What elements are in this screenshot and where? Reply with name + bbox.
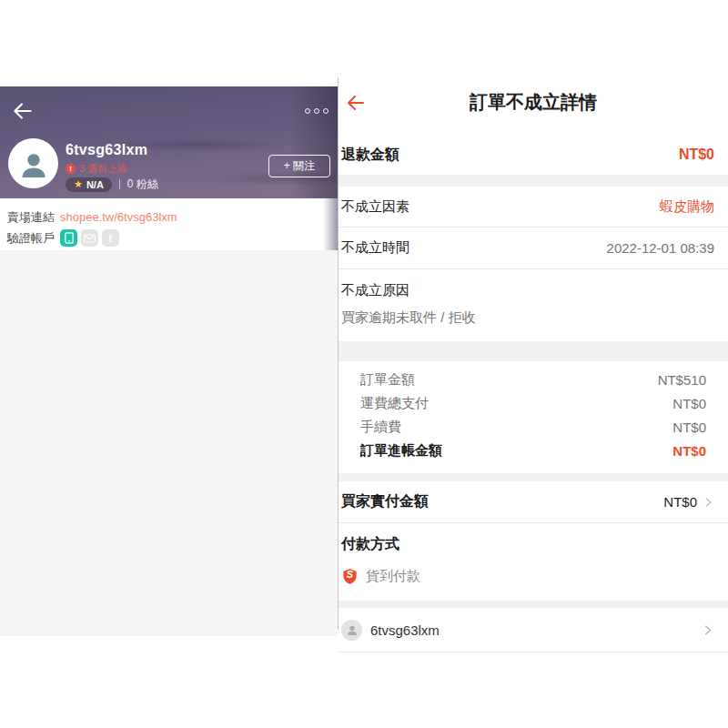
seller-name: 6tvsg63lxm bbox=[370, 622, 701, 638]
facebook-icon: f bbox=[102, 229, 119, 247]
cancel-reason-block: 不成立原因 買家逾期未取件 / 拒收 bbox=[339, 269, 728, 341]
payment-method-value: 貨到付款 bbox=[366, 568, 420, 585]
order-income-row: 訂單進帳金額 NT$0 bbox=[360, 439, 706, 462]
refund-value: NT$0 bbox=[679, 147, 714, 163]
cancel-time-row: 不成立時間 2022-12-01 08:39 bbox=[339, 228, 728, 269]
order-cancel-detail-panel: 訂單不成立詳情 退款金額 NT$0 不成立因素 蝦皮購物 不成立時間 2022-… bbox=[338, 77, 728, 630]
cancel-factor-row: 不成立因素 蝦皮購物 bbox=[339, 187, 728, 228]
rating-badge[interactable]: ★ N/A bbox=[66, 177, 112, 192]
cod-shield-icon: S bbox=[341, 568, 359, 585]
seller-username: 6tvsg63lxm bbox=[66, 142, 147, 158]
followers-count: 0 粉絲 bbox=[127, 177, 158, 192]
amounts-block: 訂單金額 NT$510 運費總支付 NT$0 手續費 NT$0 訂單進帳金額 N… bbox=[339, 361, 728, 473]
phone-icon[interactable] bbox=[60, 229, 77, 247]
section-divider bbox=[339, 341, 728, 361]
section-divider bbox=[339, 601, 728, 608]
last-online-status: ! 3 週前上線 bbox=[66, 162, 127, 176]
order-amount-row: 訂單金額 NT$510 bbox=[360, 368, 706, 391]
handling-fee-row: 手續費 NT$0 bbox=[360, 415, 706, 439]
cancel-factor-label: 不成立因素 bbox=[341, 198, 410, 216]
profile-header: 6tvsg63lxm ! 3 週前上線 ★ N/A 0 粉絲 + 關注 bbox=[0, 86, 338, 198]
cancel-reason-label: 不成立原因 bbox=[341, 282, 714, 299]
seller-profile-panel: 6tvsg63lxm ! 3 週前上線 ★ N/A 0 粉絲 + 關注 賣場連結… bbox=[0, 86, 338, 636]
page-title: 訂單不成立詳情 bbox=[339, 90, 728, 115]
seller-link-row[interactable]: 6tvsg63lxm bbox=[339, 608, 728, 652]
alert-icon: ! bbox=[66, 164, 76, 174]
navbar: 訂單不成立詳情 bbox=[339, 77, 728, 123]
verified-icons: f bbox=[60, 229, 119, 247]
rating-row: ★ N/A 0 粉絲 bbox=[66, 177, 158, 192]
verified-accounts-row: 驗證帳戶 f bbox=[7, 229, 338, 247]
mail-icon bbox=[81, 229, 98, 247]
more-options-icon[interactable] bbox=[305, 108, 329, 114]
verified-label: 驗證帳戶 bbox=[7, 230, 55, 247]
section-divider bbox=[339, 175, 728, 187]
shop-link-row: 賣場連結 shopee.tw/6tvsg63lxm bbox=[7, 208, 338, 226]
buyer-paid-row[interactable]: 買家實付金額 NT$0 bbox=[339, 481, 728, 523]
back-icon[interactable] bbox=[11, 99, 35, 123]
avatar bbox=[341, 620, 362, 641]
person-icon bbox=[345, 622, 359, 637]
cancel-factor-value: 蝦皮購物 bbox=[660, 198, 714, 216]
payment-method-row: S 貨到付款 bbox=[341, 568, 714, 585]
shop-link-label: 賣場連結 bbox=[7, 209, 55, 226]
cancel-reason-value: 買家逾期未取件 / 拒收 bbox=[341, 309, 714, 327]
refund-amount-row: 退款金額 NT$0 bbox=[339, 123, 728, 175]
follow-button[interactable]: + 關注 bbox=[268, 155, 330, 177]
refund-label: 退款金額 bbox=[341, 146, 399, 165]
avatar[interactable] bbox=[8, 138, 58, 188]
screenshot-stage: 6tvsg63lxm ! 3 週前上線 ★ N/A 0 粉絲 + 關注 賣場連結… bbox=[0, 0, 728, 728]
payment-method-label: 付款方式 bbox=[341, 535, 714, 554]
section-divider bbox=[339, 473, 728, 481]
chevron-right-icon bbox=[702, 496, 714, 509]
rating-value: N/A bbox=[86, 179, 104, 190]
shop-link[interactable]: shopee.tw/6tvsg63lxm bbox=[60, 210, 177, 224]
payment-method-block: 付款方式 S 貨到付款 bbox=[339, 523, 728, 601]
divider bbox=[119, 179, 120, 189]
cancel-time-label: 不成立時間 bbox=[341, 239, 410, 257]
star-icon: ★ bbox=[74, 179, 83, 189]
shop-info-section: 賣場連結 shopee.tw/6tvsg63lxm 驗證帳戶 bbox=[0, 198, 338, 250]
buyer-paid-value: NT$0 bbox=[663, 494, 697, 510]
shipping-paid-row: 運費總支付 NT$0 bbox=[360, 391, 706, 415]
cancel-time-value: 2022-12-01 08:39 bbox=[607, 240, 714, 256]
buyer-paid-label: 買家實付金額 bbox=[341, 492, 429, 511]
chevron-right-icon bbox=[701, 623, 714, 637]
person-icon bbox=[15, 146, 52, 182]
empty-shop-area bbox=[0, 250, 338, 636]
